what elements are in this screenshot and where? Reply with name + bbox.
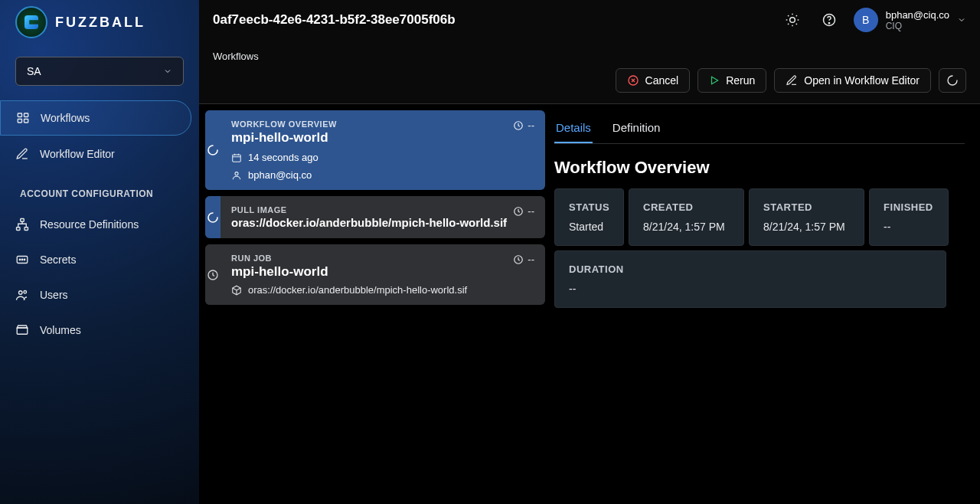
context-selected-value: SA [27,65,41,77]
theme-toggle-button[interactable] [780,8,805,32]
user-menu[interactable]: B bphan@ciq.co CIQ [854,8,966,32]
sidebar-item-label: Volumes [40,324,81,336]
user-org: CIQ [886,21,949,31]
button-label: Cancel [645,74,679,87]
sidebar-item-volumes[interactable]: Volumes [0,313,191,347]
steps-column: WORKFLOW OVERVIEW mpi-hello-world -- 14 … [205,110,545,498]
stat-value: Started [569,221,609,233]
step-card-run-job[interactable]: RUN JOB mpi-hello-world -- oras://docker… [205,244,545,305]
sidebar-item-label: Workflows [41,112,90,124]
stat-value: 8/21/24, 1:57 PM [763,221,850,233]
main-area: 0af7eecb-42e6-4231-b5f2-38ee7005f06b B b… [199,0,980,504]
top-bar: 0af7eecb-42e6-4231-b5f2-38ee7005f06b B b… [199,0,980,40]
sun-icon [785,12,800,28]
play-icon [709,75,720,86]
card-title: mpi-hello-world [231,130,337,146]
brand-logo[interactable]: FUZZBALL [0,0,199,46]
user-icon [231,170,242,181]
svg-rect-5 [17,227,21,231]
package-icon [231,285,242,296]
breadcrumb[interactable]: Workflows [213,40,966,68]
tab-definition[interactable]: Definition [611,113,662,143]
step-card-overview[interactable]: WORKFLOW OVERVIEW mpi-hello-world -- 14 … [205,110,545,190]
help-button[interactable] [817,8,841,32]
svg-rect-0 [18,113,21,117]
cancel-icon [627,74,639,87]
refresh-button[interactable] [939,68,966,93]
pkg-value: oras://docker.io/anderbubble/mpich-hello… [248,284,467,296]
elapsed-time: -- [513,119,534,131]
breadcrumb-label: Workflows [213,51,259,62]
card-title: mpi-hello-world [231,264,328,280]
chevron-down-icon [163,67,172,76]
svg-point-10 [24,259,25,260]
card-meta-user: bphan@ciq.co [231,169,534,181]
tab-details[interactable]: Details [554,113,593,143]
sidebar-item-label: Users [40,289,68,301]
card-title: oras://docker.io/anderbubble/mpich-hello… [231,216,507,229]
card-meta-time: 14 seconds ago [231,152,534,163]
step-status-stripe [205,196,220,238]
sidebar-item-resource-definitions[interactable]: Resource Definitions [0,208,191,241]
avatar-initial: B [862,14,869,26]
rerun-button[interactable]: Rerun [697,68,766,93]
svg-point-12 [24,290,27,293]
svg-rect-1 [24,113,28,117]
stat-status: STATUS Started [554,188,624,246]
loading-icon [946,74,959,87]
svg-rect-6 [24,227,28,231]
stat-created: CREATED 8/21/24, 1:57 PM [629,188,744,246]
spinner-icon [207,144,219,156]
sidebar-section-label: ACCOUNT CONFIGURATION [0,172,199,207]
tab-label: Details [556,121,591,134]
stat-label: DURATION [569,263,932,275]
elapsed-value: -- [528,254,534,265]
elapsed-time: -- [513,205,534,217]
sidebar-item-label: Resource Definitions [40,218,139,231]
elapsed-value: -- [528,119,534,131]
stat-label: STATUS [569,201,609,213]
open-in-editor-button[interactable]: Open in Workflow Editor [774,68,931,93]
workflows-icon [16,111,30,125]
svg-point-16 [828,23,829,24]
card-kicker: RUN JOB [231,254,328,263]
meta-time: 14 seconds ago [248,152,318,163]
step-card-pull-image[interactable]: PULL IMAGE oras://docker.io/anderbubble/… [205,196,545,238]
calendar-icon [231,152,242,163]
svg-marker-18 [712,77,718,83]
step-status-stripe [205,244,220,305]
svg-rect-13 [17,328,28,334]
panel-tabs: Details Definition [554,110,965,144]
secrets-icon [15,253,29,267]
elapsed-time: -- [513,254,534,265]
svg-rect-3 [24,119,28,123]
elapsed-value: -- [528,205,534,217]
button-label: Rerun [726,74,755,87]
svg-rect-20 [233,154,241,161]
stat-label: STARTED [763,201,850,213]
svg-point-8 [19,259,21,260]
edit-icon [786,74,798,87]
avatar: B [854,8,878,32]
button-label: Open in Workflow Editor [804,74,920,87]
stat-label: FINISHED [884,201,934,213]
svg-point-21 [235,172,238,175]
svg-rect-4 [21,219,24,222]
clock-icon [513,206,524,217]
tree-icon [15,218,29,231]
context-selector[interactable]: SA [15,57,184,86]
sidebar-item-workflow-editor[interactable]: Workflow Editor [0,137,191,171]
users-icon [15,288,29,302]
user-email: bphan@ciq.co [886,9,949,21]
details-panel: Details Definition Workflow Overview STA… [545,110,974,498]
content: WORKFLOW OVERVIEW mpi-hello-world -- 14 … [199,104,980,504]
sidebar-item-workflows[interactable]: Workflows [0,100,191,136]
clock-icon [207,269,219,281]
sidebar-item-users[interactable]: Users [0,278,191,312]
brand-mark-icon [15,6,47,38]
sidebar-item-secrets[interactable]: Secrets [0,243,191,277]
sidebar-item-label: Workflow Editor [40,148,115,160]
brand-name: FUZZBALL [55,15,145,31]
cancel-button[interactable]: Cancel [616,68,691,93]
card-kicker: PULL IMAGE [231,205,507,214]
